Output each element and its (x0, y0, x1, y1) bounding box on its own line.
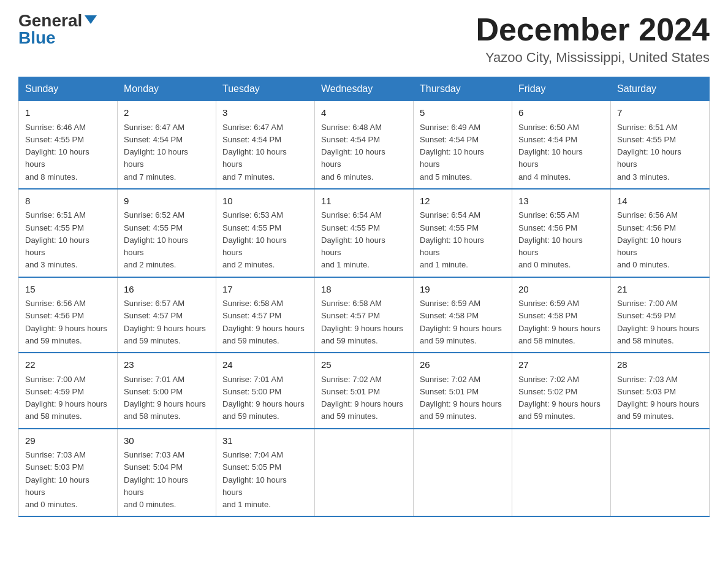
day-cell: 26 Sunrise: 7:02 AMSunset: 5:01 PMDaylig… (414, 353, 512, 429)
day-number: 25 (321, 358, 407, 372)
location-subtitle: Yazoo City, Mississippi, United States (476, 50, 710, 66)
day-number: 15 (25, 283, 111, 297)
day-cell (315, 429, 414, 517)
day-cell (611, 429, 710, 517)
header-wednesday: Wednesday (315, 77, 414, 101)
day-info: Sunrise: 7:01 AMSunset: 5:00 PMDaylight:… (124, 375, 206, 421)
day-cell (414, 429, 512, 517)
day-cell: 22 Sunrise: 7:00 AMSunset: 4:59 PMDaylig… (19, 353, 118, 429)
day-number: 30 (124, 434, 210, 448)
day-cell: 6 Sunrise: 6:50 AMSunset: 4:54 PMDayligh… (512, 101, 611, 189)
day-cell: 8 Sunrise: 6:51 AMSunset: 4:55 PMDayligh… (19, 189, 118, 277)
day-number: 13 (518, 194, 604, 209)
day-cell: 5 Sunrise: 6:49 AMSunset: 4:54 PMDayligh… (414, 101, 512, 189)
day-cell: 28 Sunrise: 7:03 AMSunset: 5:03 PMDaylig… (611, 353, 710, 429)
month-year-title: December 2024 (476, 12, 710, 47)
header-friday: Friday (512, 77, 611, 101)
day-info: Sunrise: 6:55 AMSunset: 4:56 PMDaylight:… (518, 210, 583, 269)
day-cell: 12 Sunrise: 6:54 AMSunset: 4:55 PMDaylig… (414, 189, 512, 277)
day-cell: 19 Sunrise: 6:59 AMSunset: 4:58 PMDaylig… (414, 277, 512, 353)
day-number: 18 (321, 283, 407, 297)
day-cell: 21 Sunrise: 7:00 AMSunset: 4:59 PMDaylig… (611, 277, 710, 353)
day-info: Sunrise: 6:51 AMSunset: 4:55 PMDaylight:… (25, 210, 89, 269)
day-number: 21 (617, 283, 703, 297)
day-number: 16 (124, 283, 210, 297)
header-tuesday: Tuesday (216, 77, 315, 101)
day-info: Sunrise: 6:49 AMSunset: 4:54 PMDaylight:… (420, 123, 484, 182)
day-info: Sunrise: 6:58 AMSunset: 4:57 PMDaylight:… (321, 299, 403, 345)
day-info: Sunrise: 7:04 AMSunset: 5:05 PMDaylight:… (222, 450, 287, 509)
day-info: Sunrise: 7:03 AMSunset: 5:04 PMDaylight:… (124, 450, 188, 509)
day-number: 10 (222, 194, 308, 209)
day-number: 5 (420, 106, 506, 120)
week-row-5: 29 Sunrise: 7:03 AMSunset: 5:03 PMDaylig… (19, 429, 710, 517)
day-number: 17 (222, 283, 308, 297)
day-number: 26 (420, 358, 506, 372)
calendar-table: Sunday Monday Tuesday Wednesday Thursday… (18, 77, 710, 517)
day-info: Sunrise: 7:03 AMSunset: 5:03 PMDaylight:… (25, 450, 89, 509)
day-info: Sunrise: 6:46 AMSunset: 4:55 PMDaylight:… (25, 123, 89, 182)
day-cell: 16 Sunrise: 6:57 AMSunset: 4:57 PMDaylig… (118, 277, 216, 353)
day-cell: 15 Sunrise: 6:56 AMSunset: 4:56 PMDaylig… (19, 277, 118, 353)
day-cell: 3 Sunrise: 6:47 AMSunset: 4:54 PMDayligh… (216, 101, 315, 189)
day-info: Sunrise: 7:02 AMSunset: 5:02 PMDaylight:… (518, 375, 601, 421)
day-info: Sunrise: 6:47 AMSunset: 4:54 PMDaylight:… (124, 123, 188, 182)
day-number: 6 (518, 106, 604, 120)
day-number: 3 (222, 106, 308, 120)
day-cell: 7 Sunrise: 6:51 AMSunset: 4:55 PMDayligh… (611, 101, 710, 189)
day-info: Sunrise: 6:54 AMSunset: 4:55 PMDaylight:… (321, 210, 385, 269)
day-info: Sunrise: 7:03 AMSunset: 5:03 PMDaylight:… (617, 375, 699, 421)
day-info: Sunrise: 6:47 AMSunset: 4:54 PMDaylight:… (222, 123, 287, 182)
day-number: 19 (420, 283, 506, 297)
day-number: 20 (518, 283, 604, 297)
day-number: 8 (25, 194, 111, 209)
day-cell: 23 Sunrise: 7:01 AMSunset: 5:00 PMDaylig… (118, 353, 216, 429)
day-cell: 4 Sunrise: 6:48 AMSunset: 4:54 PMDayligh… (315, 101, 414, 189)
day-cell: 9 Sunrise: 6:52 AMSunset: 4:55 PMDayligh… (118, 189, 216, 277)
day-info: Sunrise: 6:58 AMSunset: 4:57 PMDaylight:… (222, 299, 305, 345)
day-info: Sunrise: 6:54 AMSunset: 4:55 PMDaylight:… (420, 210, 484, 269)
day-cell: 31 Sunrise: 7:04 AMSunset: 5:05 PMDaylig… (216, 429, 315, 517)
day-cell: 1 Sunrise: 6:46 AMSunset: 4:55 PMDayligh… (19, 101, 118, 189)
day-info: Sunrise: 6:59 AMSunset: 4:58 PMDaylight:… (420, 299, 502, 345)
day-cell: 13 Sunrise: 6:55 AMSunset: 4:56 PMDaylig… (512, 189, 611, 277)
logo-general-text: General (18, 12, 82, 29)
day-cell: 20 Sunrise: 6:59 AMSunset: 4:58 PMDaylig… (512, 277, 611, 353)
day-cell: 25 Sunrise: 7:02 AMSunset: 5:01 PMDaylig… (315, 353, 414, 429)
day-info: Sunrise: 6:48 AMSunset: 4:54 PMDaylight:… (321, 123, 385, 182)
day-number: 24 (222, 358, 308, 372)
day-cell: 2 Sunrise: 6:47 AMSunset: 4:54 PMDayligh… (118, 101, 216, 189)
day-info: Sunrise: 6:59 AMSunset: 4:58 PMDaylight:… (518, 299, 601, 345)
day-info: Sunrise: 6:50 AMSunset: 4:54 PMDaylight:… (518, 123, 583, 182)
day-info: Sunrise: 6:52 AMSunset: 4:55 PMDaylight:… (124, 210, 188, 269)
day-number: 31 (222, 434, 308, 448)
day-number: 27 (518, 358, 604, 372)
day-cell: 29 Sunrise: 7:03 AMSunset: 5:03 PMDaylig… (19, 429, 118, 517)
week-row-1: 1 Sunrise: 6:46 AMSunset: 4:55 PMDayligh… (19, 101, 710, 189)
day-info: Sunrise: 6:53 AMSunset: 4:55 PMDaylight:… (222, 210, 287, 269)
day-number: 28 (617, 358, 703, 372)
day-info: Sunrise: 7:01 AMSunset: 5:00 PMDaylight:… (222, 375, 305, 421)
day-info: Sunrise: 6:57 AMSunset: 4:57 PMDaylight:… (124, 299, 206, 345)
day-info: Sunrise: 7:00 AMSunset: 4:59 PMDaylight:… (25, 375, 107, 421)
page-header: General Blue December 2024 Yazoo City, M… (18, 12, 710, 66)
day-cell: 17 Sunrise: 6:58 AMSunset: 4:57 PMDaylig… (216, 277, 315, 353)
day-number: 22 (25, 358, 111, 372)
day-cell: 10 Sunrise: 6:53 AMSunset: 4:55 PMDaylig… (216, 189, 315, 277)
day-cell: 14 Sunrise: 6:56 AMSunset: 4:56 PMDaylig… (611, 189, 710, 277)
header-saturday: Saturday (611, 77, 710, 101)
weekday-header-row: Sunday Monday Tuesday Wednesday Thursday… (19, 77, 710, 101)
logo-blue-text: Blue (18, 28, 56, 47)
day-info: Sunrise: 7:02 AMSunset: 5:01 PMDaylight:… (321, 375, 403, 421)
day-number: 9 (124, 194, 210, 209)
week-row-2: 8 Sunrise: 6:51 AMSunset: 4:55 PMDayligh… (19, 189, 710, 277)
day-cell: 11 Sunrise: 6:54 AMSunset: 4:55 PMDaylig… (315, 189, 414, 277)
week-row-4: 22 Sunrise: 7:00 AMSunset: 4:59 PMDaylig… (19, 353, 710, 429)
day-cell (512, 429, 611, 517)
title-section: December 2024 Yazoo City, Mississippi, U… (476, 12, 710, 66)
day-number: 7 (617, 106, 703, 120)
day-number: 29 (25, 434, 111, 448)
day-info: Sunrise: 7:02 AMSunset: 5:01 PMDaylight:… (420, 375, 502, 421)
day-number: 12 (420, 194, 506, 209)
day-info: Sunrise: 6:51 AMSunset: 4:55 PMDaylight:… (617, 123, 681, 182)
